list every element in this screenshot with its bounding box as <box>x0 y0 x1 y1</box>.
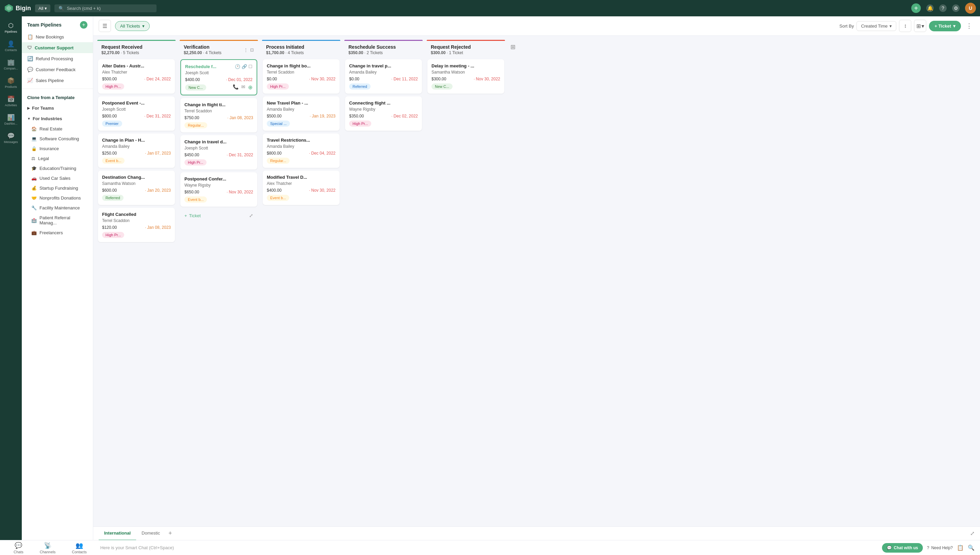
for-industries-arrow: ▼ <box>27 117 30 120</box>
chats-icon: 💬 <box>14 542 22 549</box>
card-person: Alex Thatcher <box>267 181 336 186</box>
sidebar-item-real-estate[interactable]: 🏠 Real Estate <box>22 124 93 134</box>
card-change-plan[interactable]: Change in Plan - H... Amanda Bailey $250… <box>98 133 175 168</box>
nav-label-contacts: Contacts <box>5 48 17 52</box>
sidebar-item-customer-support[interactable]: 🛡 Customer Support <box>22 42 93 53</box>
sidebar-item-freelancers[interactable]: 💼 Freelancers <box>22 228 93 237</box>
card-travel-restrictions[interactable]: Travel Restrictions... Amanda Bailey $80… <box>263 133 340 168</box>
email-icon[interactable]: ✉ <box>241 84 245 91</box>
education-label: Education/Training <box>40 166 76 171</box>
tab-international[interactable]: International <box>99 527 136 541</box>
left-nav: ⬡ Pipelines 👤 Contacts 🏢 Compan... 📦 Pro… <box>0 16 22 540</box>
card-change-flight-ti[interactable]: Change in flight ti... Terrel Scaddon $7… <box>181 98 257 132</box>
chat-icon: 💬 <box>887 545 892 550</box>
history-icon[interactable]: 📋 <box>957 544 964 551</box>
nav-item-dashboard[interactable]: 📊 Dashbo... <box>0 111 22 128</box>
card-change-flight-bo[interactable]: Change in flight bo... Terrel Scaddon $0… <box>263 59 340 94</box>
card-flight-cancelled[interactable]: Flight Cancelled Terrel Scaddon $120.00 … <box>98 208 175 242</box>
sidebar-item-legal[interactable]: ⚖ Legal <box>22 154 93 164</box>
col-title-verification: Verification <box>184 44 222 50</box>
nav-item-products[interactable]: 📦 Products <box>0 74 22 91</box>
phone-icon[interactable]: 📞 <box>233 84 238 91</box>
card-connecting-flight[interactable]: Connecting flight ... Wayne Rigsby $350.… <box>345 96 422 131</box>
side-panel-icon: ⊞ <box>510 43 516 51</box>
sidebar-item-refund-processing[interactable]: 🔄 Refund Processing <box>22 53 93 64</box>
nav-item-pipelines[interactable]: ⬡ Pipelines <box>0 19 22 36</box>
bottom-right-icons: 📋 🔍 <box>957 544 975 551</box>
search-bar[interactable]: 🔍 Search (cmd + k) <box>54 5 157 12</box>
sidebar-item-sales-pipeline[interactable]: 📈 Sales Pipeline <box>22 75 93 86</box>
smart-chat-input[interactable]: Here is your Smart Chat (Ctrl+Space) <box>95 545 882 550</box>
sidebar-item-insurance[interactable]: 🔒 Insurance <box>22 144 93 154</box>
tab-domestic[interactable]: Domestic <box>136 527 165 541</box>
facility-label: Facility Maintenance <box>40 205 80 210</box>
add-ticket-button[interactable]: + Ticket ▾ <box>929 21 961 31</box>
card-bottom: $350.00 · Dec 02, 2022 <box>349 114 418 119</box>
sidebar-item-patient-referral[interactable]: 🏥 Patient Referral Manag... <box>22 213 93 228</box>
filter-button[interactable]: ☰ <box>99 20 111 32</box>
card-alter-dates[interactable]: Alter Dates - Austr... Alex Thatcher $50… <box>98 59 175 94</box>
bottom-nav-chats[interactable]: 💬 Chats <box>5 542 32 554</box>
expand-icon: ⤢ <box>249 213 253 218</box>
col-menu-icon[interactable]: ⋮ <box>244 47 248 53</box>
add-pipeline-button[interactable]: + <box>80 21 88 29</box>
view-toggle-button[interactable]: ⊞ ▾ <box>914 20 926 32</box>
card-postponed-confer[interactable]: Postponed Confer... Wayne Rigsby $650.00… <box>181 172 257 207</box>
for-teams-group[interactable]: ▶ For Teams <box>22 103 93 113</box>
card-bottom: $800.00 · Dec 04, 2022 <box>267 151 336 156</box>
notifications-icon[interactable]: 🔔 <box>926 5 934 12</box>
sidebar-item-software-consulting[interactable]: 💻 Software Consulting <box>22 134 93 144</box>
bottom-nav-contacts[interactable]: 👥 Contacts <box>64 542 94 554</box>
sidebar-item-education[interactable]: 🎓 Education/Training <box>22 164 93 173</box>
card-postponed-event[interactable]: Postponed Event -... Joesph Scott $800.0… <box>98 96 175 131</box>
avatar[interactable]: U <box>965 3 976 14</box>
sidebar-item-nonprofits[interactable]: 🤝 Nonprofits Donations <box>22 193 93 203</box>
need-help-button[interactable]: ? Need Help? <box>927 545 953 550</box>
sort-dropdown-arrow: ▾ <box>889 24 892 29</box>
card-title: Change in travel p... <box>349 63 418 69</box>
for-industries-group[interactable]: ▼ For Industries <box>22 113 93 124</box>
kanban-wrapper: Request Received $2,270.00 · 5 Tickets A… <box>93 36 980 540</box>
nav-item-messages[interactable]: 💬 Messages <box>0 129 22 146</box>
card-person: Samantha Watson <box>432 70 500 75</box>
add-tab-button[interactable]: + <box>165 529 175 538</box>
card-amount: $800.00 <box>102 114 117 119</box>
card-modified-travel-d[interactable]: Modified Travel D... Alex Thatcher $400.… <box>263 171 340 205</box>
more-options-button[interactable]: ⋮ <box>964 21 975 31</box>
chat-with-us-button[interactable]: 💬 Chat with us <box>882 543 923 553</box>
card-destination-change[interactable]: Destination Chang... Samantha Watson $60… <box>98 171 175 205</box>
card-change-travel-p[interactable]: Change in travel p... Amanda Bailey $0.0… <box>345 59 422 94</box>
add-ticket-card-button[interactable]: + Ticket ⤢ <box>181 209 257 222</box>
card-new-travel-plan[interactable]: New Travel Plan - ... Amanda Bailey $500… <box>263 96 340 131</box>
add-button[interactable]: + <box>911 3 921 13</box>
col-expand-icon[interactable]: ⊡ <box>250 47 254 53</box>
card-delay-meeting[interactable]: Delay in meeting - ... Samantha Watson $… <box>427 59 504 94</box>
nav-item-companies[interactable]: 🏢 Compan... <box>0 56 22 73</box>
tab-resize-icon[interactable]: ⤢ <box>970 530 975 537</box>
col-title-request-received: Request Received <box>101 44 171 50</box>
side-panel-toggle[interactable]: ⊞ <box>509 40 517 526</box>
sidebar-item-startup-fundraising[interactable]: 💰 Startup Fundraising <box>22 183 93 193</box>
card-bottom: $0.00 · Nov 30, 2022 <box>267 77 336 81</box>
team-pipelines-title: Team Pipelines + <box>22 16 93 31</box>
settings-icon[interactable]: ⚙ <box>952 5 959 12</box>
search-bottom-icon[interactable]: 🔍 <box>968 544 975 551</box>
add-icon[interactable]: ⊕ <box>248 84 253 91</box>
add-ticket-plus: + <box>184 213 187 218</box>
sidebar-item-new-bookings[interactable]: 📋 New Bookings <box>22 31 93 42</box>
card-reschedule[interactable]: Reschedule f... 🕐 🔗 ☐ Joesph Scott $400.… <box>181 59 257 95</box>
sidebar-item-facility-maintenance[interactable]: 🔧 Facility Maintenance <box>22 203 93 213</box>
card-change-travel-d[interactable]: Change in travel d... Joesph Scott $450.… <box>181 135 257 170</box>
filter-dropdown[interactable]: All ▾ <box>35 5 50 12</box>
sort-dropdown[interactable]: Created Time ▾ <box>857 21 896 31</box>
nav-item-contacts[interactable]: 👤 Contacts <box>0 37 22 55</box>
all-tickets-dropdown[interactable]: All Tickets ▾ <box>115 21 150 31</box>
sidebar-item-customer-feedback[interactable]: 💬 Customer Feedback <box>22 64 93 75</box>
help-icon[interactable]: ? <box>939 5 946 12</box>
sidebar-item-used-car-sales[interactable]: 🚗 Used Car Sales <box>22 173 93 183</box>
sort-direction-button[interactable]: ↕ <box>899 20 911 32</box>
nonprofits-icon: 🤝 <box>31 196 37 201</box>
nav-item-activities[interactable]: 📅 Activities <box>0 93 22 110</box>
bottom-nav-channels[interactable]: 📡 Channels <box>32 542 64 554</box>
sidebar: Team Pipelines + 📋 New Bookings 🛡 Custom… <box>22 16 93 540</box>
